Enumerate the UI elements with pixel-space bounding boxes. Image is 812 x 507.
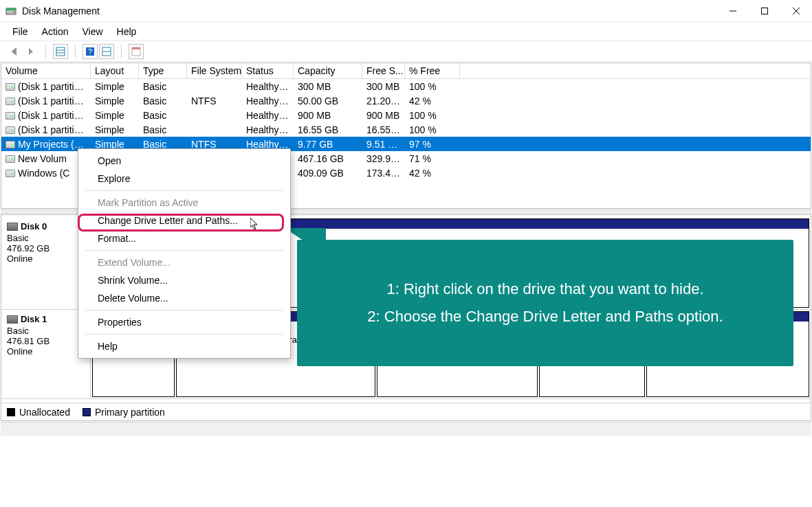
- window-title: Disk Management: [22, 5, 100, 16]
- col-type[interactable]: Type: [139, 63, 187, 78]
- svg-rect-15: [132, 47, 140, 49]
- toolbar-list-button[interactable]: [99, 44, 114, 59]
- callout-line-2: 2: Choose the Change Drive Letter and Pa…: [353, 303, 736, 330]
- toolbar: ?: [0, 41, 812, 62]
- svg-rect-1: [6, 8, 16, 10]
- legend-unallocated: Unallocated: [19, 407, 70, 418]
- menu-action[interactable]: Action: [35, 23, 76, 40]
- drive-icon: [6, 112, 15, 120]
- col-free[interactable]: Free S...: [362, 63, 405, 78]
- volume-row[interactable]: (Disk 1 partitio...SimpleBasicHealthy ..…: [1, 122, 811, 137]
- tutorial-callout: 1: Right click on the drive that you wan…: [297, 240, 793, 366]
- minimize-button[interactable]: [717, 0, 749, 22]
- cm-separator: [85, 310, 283, 311]
- drive-icon: [6, 98, 15, 105]
- drive-icon: [6, 141, 15, 148]
- col-status[interactable]: Status: [242, 63, 294, 78]
- cm-separator: [85, 334, 283, 335]
- forward-button[interactable]: [23, 44, 39, 59]
- context-menu: Open Explore Mark Partition as Active Ch…: [78, 148, 291, 359]
- back-button[interactable]: [7, 44, 22, 59]
- menu-file[interactable]: File: [6, 23, 35, 40]
- col-spacer: [460, 63, 811, 78]
- drive-icon: [6, 126, 15, 134]
- volume-row[interactable]: (Disk 1 partitio...SimpleBasicHealthy ..…: [1, 79, 811, 93]
- svg-point-2: [13, 12, 14, 13]
- status-bar: [1, 422, 811, 436]
- col-capacity[interactable]: Capacity: [294, 63, 362, 78]
- volume-row[interactable]: (Disk 1 partitio...SimpleBasicHealthy ..…: [1, 108, 811, 122]
- col-percent-free[interactable]: % Free: [405, 63, 460, 78]
- cm-shrink[interactable]: Shrink Volume...: [78, 271, 290, 289]
- drive-icon: [6, 170, 15, 177]
- drive-icon: [6, 83, 15, 91]
- cm-mark-active: Mark Partition as Active: [78, 194, 290, 212]
- cm-help[interactable]: Help: [78, 337, 290, 355]
- cm-properties[interactable]: Properties: [78, 313, 290, 331]
- cm-delete[interactable]: Delete Volume...: [78, 289, 290, 307]
- col-volume[interactable]: Volume: [1, 63, 91, 78]
- cm-open[interactable]: Open: [78, 152, 290, 170]
- menu-view[interactable]: View: [75, 23, 109, 40]
- volume-row[interactable]: (Disk 1 partitio...SimpleBasicNTFSHealth…: [1, 93, 811, 108]
- cm-extend: Extend Volume...: [78, 254, 290, 271]
- volume-list-header[interactable]: Volume Layout Type File System Status Ca…: [1, 63, 811, 79]
- swatch-primary: [83, 408, 91, 416]
- disk-icon: [7, 223, 18, 231]
- disk-icon: [7, 315, 18, 324]
- cm-separator: [85, 190, 283, 191]
- app-icon: [6, 5, 17, 16]
- close-button[interactable]: [780, 0, 812, 22]
- svg-rect-4: [762, 8, 768, 14]
- menu-bar: File Action View Help: [0, 22, 812, 41]
- legend-primary: Primary partition: [95, 407, 165, 418]
- svg-text:?: ?: [88, 47, 92, 56]
- cm-separator: [85, 250, 283, 251]
- menu-help[interactable]: Help: [110, 23, 144, 40]
- col-layout[interactable]: Layout: [91, 63, 139, 78]
- toolbar-grid-button[interactable]: [53, 44, 68, 59]
- title-bar: Disk Management: [0, 0, 812, 22]
- svg-rect-7: [56, 47, 65, 56]
- drive-icon: [6, 155, 15, 163]
- help-toolbar-button[interactable]: ?: [83, 44, 98, 59]
- legend: Unallocated Primary partition: [1, 403, 811, 420]
- cursor-icon: [250, 218, 261, 234]
- cm-explore[interactable]: Explore: [78, 170, 290, 188]
- col-filesystem[interactable]: File System: [187, 63, 242, 78]
- maximize-button[interactable]: [749, 0, 780, 22]
- swatch-unallocated: [7, 408, 15, 416]
- callout-line-1: 1: Right click on the drive that you wan…: [373, 275, 717, 303]
- toolbar-detail-button[interactable]: [129, 44, 144, 59]
